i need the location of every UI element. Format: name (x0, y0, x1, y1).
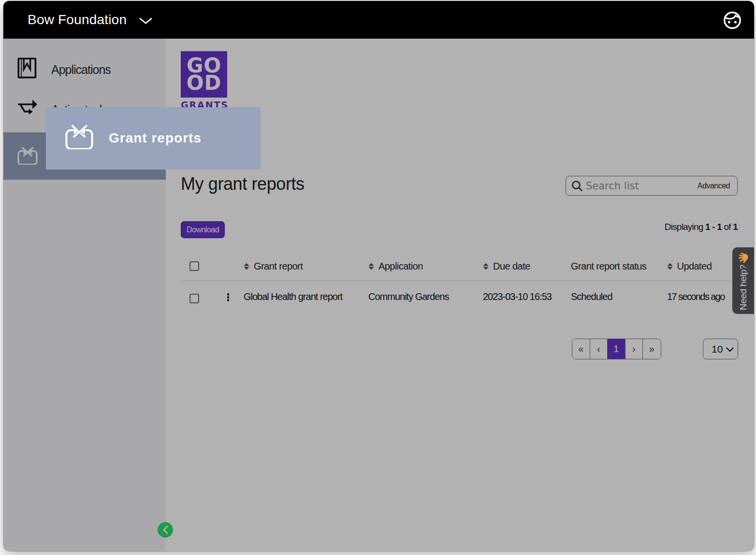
org-name: Bow Foundation (28, 12, 127, 28)
tooltip-label: Grant reports (109, 130, 202, 146)
face-icon (723, 11, 741, 29)
topbar: Bow Foundation (3, 1, 754, 39)
grant-reports-icon (65, 122, 93, 151)
waving-hand-icon (737, 252, 749, 263)
grant-reports-tooltip[interactable]: Grant reports (46, 107, 261, 170)
org-switcher[interactable]: Bow Foundation (28, 1, 152, 39)
app-window: Bow Foundation Applications (3, 1, 754, 551)
chevron-down-icon (139, 17, 152, 25)
account-button[interactable] (723, 11, 741, 29)
need-help-tab[interactable]: Need help? (732, 247, 754, 314)
need-help-label: Need help? (738, 265, 749, 310)
